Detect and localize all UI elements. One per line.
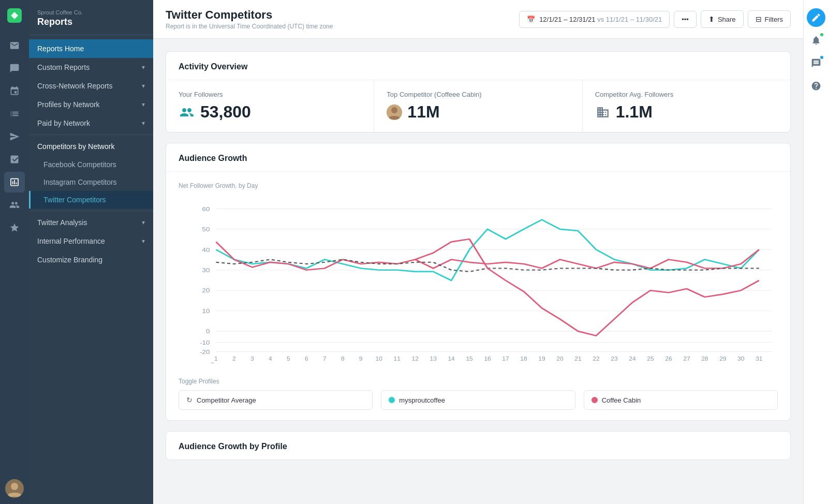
svg-text:1: 1	[214, 355, 218, 361]
stat-competitor-avg: Competitor Avg. Followers 1.1M	[583, 80, 790, 132]
logo[interactable]	[5, 6, 24, 25]
share-button[interactable]: ⬆ Share	[701, 10, 744, 28]
sidebar-header: Sprout Coffee Co. Reports	[29, 0, 153, 35]
chevron-paid: ▾	[142, 120, 145, 127]
svg-text:8: 8	[341, 355, 345, 361]
svg-text:26: 26	[665, 355, 672, 361]
svg-text:21: 21	[574, 355, 581, 361]
svg-text:2: 2	[232, 355, 236, 361]
svg-text:27: 27	[683, 355, 690, 361]
company-name: Sprout Coffee Co.	[37, 9, 145, 16]
sidebar-item-twitter-competitors[interactable]: Twitter Competitors	[29, 191, 153, 209]
nav-analytics[interactable]	[4, 149, 25, 170]
avatar-section	[5, 479, 24, 498]
activity-overview-card: Activity Overview Your Followers 53,800	[166, 51, 791, 132]
filters-button[interactable]: ⊟ Filters	[748, 10, 791, 28]
building-icon	[595, 105, 611, 120]
sidebar-item-internal-performance[interactable]: Internal Performance ▾	[29, 232, 153, 250]
header-actions: 📅 12/1/21 – 12/31/21 vs 11/1/21 – 11/30/…	[519, 10, 791, 28]
sidebar-item-competitors-by-network[interactable]: Competitors by Network	[29, 137, 153, 156]
svg-text:28: 28	[701, 355, 708, 361]
toggle-competitor-avg[interactable]: ↻ Competitor Average	[179, 390, 373, 410]
notifications-button[interactable]	[807, 31, 825, 50]
svg-text:6: 6	[305, 355, 308, 361]
audience-growth-by-profile-card: Audience Growth by Profile	[166, 431, 791, 460]
chart-subtitle: Net Follower Growth, by Day	[179, 182, 778, 189]
sidebar-item-customize-branding[interactable]: Customize Branding	[29, 250, 153, 269]
stat-value-top-competitor: 11M	[387, 102, 569, 122]
svg-text:31: 31	[756, 355, 762, 361]
stat-label-competitor-avg: Competitor Avg. Followers	[595, 91, 778, 98]
chart-container: 60 50 40 30 20 10 0 -10 -20	[179, 198, 778, 363]
nav-comments[interactable]	[4, 58, 25, 79]
sidebar-item-profiles-by-network[interactable]: Profiles by Network ▾	[29, 95, 153, 114]
svg-text:17: 17	[502, 355, 509, 361]
stat-value-competitor-avg: 1.1M	[595, 102, 778, 122]
toggle-label-competitor-avg: Competitor Average	[197, 396, 256, 404]
icon-bar	[0, 0, 29, 504]
nav-star[interactable]	[4, 217, 25, 238]
svg-point-4	[391, 107, 397, 113]
stat-your-followers: Your Followers 53,800	[166, 80, 374, 132]
more-options-button[interactable]: •••	[674, 11, 697, 28]
stats-row: Your Followers 53,800 Top Competitor (Co…	[166, 80, 790, 132]
notification-badge	[819, 32, 824, 37]
page-title: Twitter Competitors	[166, 8, 333, 22]
svg-text:30: 30	[737, 355, 744, 361]
page-subtitle: Report is in the Universal Time Coordina…	[166, 23, 333, 30]
dot-coffee-cabin	[592, 397, 598, 403]
sidebar-navigation: Reports Home Custom Reports ▾ Cross-Netw…	[29, 35, 153, 273]
sidebar-item-instagram-competitors[interactable]: Instagram Competitors	[29, 173, 153, 191]
svg-text:-10: -10	[200, 339, 210, 346]
svg-text:24: 24	[629, 355, 635, 361]
sidebar-item-custom-reports[interactable]: Custom Reports ▾	[29, 58, 153, 77]
chevron-cross-network: ▾	[142, 82, 145, 90]
nav-inbox[interactable]	[4, 35, 25, 56]
user-avatar[interactable]	[5, 479, 24, 498]
svg-text:-20: -20	[200, 349, 210, 355]
svg-text:10: 10	[376, 355, 382, 361]
chat-button[interactable]	[807, 54, 825, 72]
toggle-label-mysprout: mysproutcoffee	[399, 396, 445, 404]
svg-text:7: 7	[323, 355, 327, 361]
sidebar-item-paid-by-network[interactable]: Paid by Network ▾	[29, 114, 153, 132]
toggle-profiles-label: Toggle Profiles	[179, 378, 778, 385]
svg-text:13: 13	[430, 355, 436, 361]
nav-list[interactable]	[4, 103, 25, 124]
toggle-row: ↻ Competitor Average mysproutcoffee Coff…	[179, 390, 778, 410]
stat-label-top-competitor: Top Competitor (Coffeee Cabin)	[387, 91, 569, 98]
svg-text:14: 14	[448, 355, 454, 361]
svg-text:40: 40	[202, 246, 210, 253]
dot-mysprout	[389, 397, 395, 403]
svg-text:60: 60	[202, 205, 210, 212]
sidebar-item-reports-home[interactable]: Reports Home	[29, 39, 153, 58]
nav-pin[interactable]	[4, 81, 25, 101]
help-button[interactable]	[807, 77, 825, 95]
sidebar-item-twitter-analysis[interactable]: Twitter Analysis ▾	[29, 213, 153, 232]
followers-icon	[179, 104, 195, 121]
chat-badge	[819, 55, 824, 60]
nav-send[interactable]	[4, 126, 25, 147]
toggle-mysprout[interactable]: mysproutcoffee	[381, 390, 575, 410]
nav-team[interactable]	[4, 195, 25, 215]
svg-text:29: 29	[719, 355, 726, 361]
sidebar-item-cross-network[interactable]: Cross-Network Reports ▾	[29, 77, 153, 95]
stat-value-followers: 53,800	[179, 102, 361, 122]
compose-button[interactable]	[807, 8, 825, 27]
svg-text:18: 18	[520, 355, 527, 361]
sidebar: Sprout Coffee Co. Reports Reports Home C…	[29, 0, 153, 504]
nav-reports[interactable]	[4, 172, 25, 192]
section-title: Reports	[37, 17, 145, 27]
chevron-internal: ▾	[142, 238, 145, 245]
ellipsis-icon: •••	[682, 16, 689, 23]
stat-top-competitor: Top Competitor (Coffeee Cabin) 11M	[374, 80, 582, 132]
svg-text:20: 20	[556, 355, 563, 361]
audience-growth-card: Audience Growth Net Follower Growth, by …	[166, 143, 791, 421]
date-range-text: 12/1/21 – 12/31/21 vs 11/1/21 – 11/30/21	[539, 16, 662, 23]
svg-text:3: 3	[250, 355, 254, 361]
toggle-coffee-cabin[interactable]: Coffee Cabin	[584, 390, 778, 410]
activity-overview-title: Activity Overview	[166, 52, 790, 80]
svg-text:15: 15	[466, 355, 472, 361]
sidebar-item-facebook-competitors[interactable]: Facebook Competitors	[29, 156, 153, 173]
date-range-button[interactable]: 📅 12/1/21 – 12/31/21 vs 11/1/21 – 11/30/…	[519, 11, 670, 28]
